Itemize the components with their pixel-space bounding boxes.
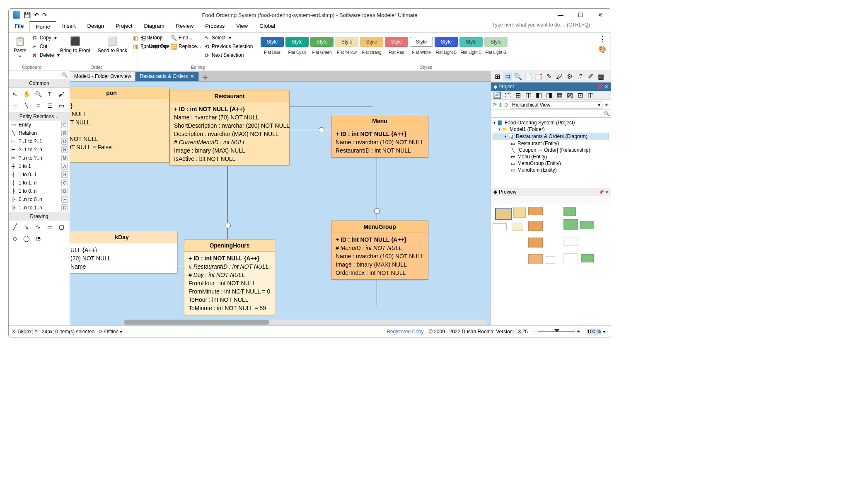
rp-icon[interactable]: ◫ — [586, 91, 595, 100]
ruler-icon[interactable]: ≡ — [34, 101, 43, 110]
line-icon[interactable]: ╲ — [22, 101, 31, 110]
draw-curve-icon[interactable]: ∿ — [34, 222, 43, 231]
menu-project[interactable]: Project — [110, 21, 138, 32]
paste-button[interactable]: 📋 Paste ▾ — [11, 34, 29, 65]
tree-node[interactable]: ▭Menu (Entity) — [493, 153, 609, 160]
rp-icon[interactable]: 📄 — [524, 72, 533, 81]
search-icon[interactable]: 🔍 — [603, 110, 611, 117]
menu-review[interactable]: Review — [170, 21, 200, 32]
minimize-button[interactable]: — — [554, 12, 567, 18]
rect-icon[interactable]: ▭ — [57, 101, 66, 110]
menu-view[interactable]: View — [230, 21, 254, 32]
rp-icon[interactable]: 🔍 — [513, 72, 522, 81]
close-button[interactable]: ✕ — [594, 12, 607, 18]
rp-icon[interactable]: 📑 — [534, 72, 543, 81]
toolbox-row[interactable]: ├1 to 1..nC — [9, 179, 70, 187]
rp-icon[interactable]: ⊡ — [575, 91, 585, 100]
rp-icon[interactable]: ⚙ — [565, 72, 574, 81]
draw-roundrect-icon[interactable]: ▢ — [57, 222, 66, 231]
paint-icon[interactable]: 🖌 — [57, 90, 66, 99]
rp-icon[interactable]: 🔄 — [493, 91, 502, 100]
zoom-icon[interactable]: 🔍 — [34, 90, 43, 99]
rp-icon[interactable]: ⬚ — [503, 91, 512, 100]
entity-weekday[interactable]: kDayULL {A++}(20) NOT NULLName — [70, 231, 178, 274]
status-offline[interactable]: ⟳ Offline ▾ — [99, 329, 122, 335]
toolbox-row[interactable]: ⊢?..1 to ?..1O — [9, 137, 70, 146]
draw-path-icon[interactable]: ◇ — [10, 234, 19, 243]
entity-menugroup[interactable]: MenuGroup+ ID : int NOT NULL {A++}# Menu… — [331, 221, 428, 280]
draw-pie-icon[interactable]: ◔ — [34, 234, 43, 243]
add-tab-button[interactable]: ＋ — [201, 72, 210, 81]
hand-icon[interactable]: ✋ — [22, 90, 31, 99]
menu-process[interactable]: Process — [199, 21, 230, 32]
toolbox-row[interactable]: ▭EntityE — [9, 121, 70, 129]
refresh-icon[interactable]: ⟳ — [493, 102, 497, 108]
menu-insert[interactable]: Insert — [56, 21, 82, 32]
style-button[interactable]: Style — [261, 37, 284, 47]
registered-link[interactable]: Registered Copy. — [387, 329, 425, 335]
pointer-icon[interactable]: ↖ — [10, 90, 19, 99]
pin-icon[interactable]: 📌 ✕ — [599, 190, 608, 194]
toolbox-row[interactable]: ⊢?..1 to ?..nN — [9, 146, 70, 154]
rp-icon[interactable]: ✐ — [586, 72, 595, 81]
note-icon[interactable]: ▭ — [10, 101, 19, 110]
prev-selection-button[interactable]: ⟲Previous Selection — [203, 43, 253, 50]
undo-icon[interactable]: ↶ — [34, 12, 39, 18]
filter-icon[interactable]: ▼ — [604, 102, 609, 108]
redo-icon[interactable]: ↷ — [42, 12, 47, 18]
rp-icon[interactable]: ▤ — [596, 72, 605, 81]
menu-diagram[interactable]: Diagram — [138, 21, 170, 32]
style-palette-icon[interactable]: 🎨 — [598, 45, 607, 53]
tell-me-search[interactable] — [492, 22, 608, 28]
tree-node[interactable]: ▭Restaurant (Entity) — [493, 140, 609, 147]
maximize-button[interactable]: ☐ — [574, 12, 587, 18]
rp-icon[interactable]: ◧ — [534, 91, 543, 100]
rp-icon[interactable]: ⊞ — [513, 91, 522, 100]
text-icon[interactable]: T — [45, 90, 54, 99]
tree-node[interactable]: ▾📁Model1 (Folder) — [493, 126, 609, 133]
zoom-value[interactable]: 100 % ▾ — [585, 328, 607, 335]
replace-button[interactable]: 🔁Replace... — [170, 43, 201, 50]
entity-restaurant[interactable]: Restaurant+ ID : int NOT NULL {A++}Name … — [169, 90, 290, 166]
rp-icon[interactable]: ▦ — [555, 91, 564, 100]
draw-rect-icon[interactable]: ▭ — [45, 222, 54, 231]
tree-node[interactable]: ╲[Coupon → Order] (Relationship) — [493, 147, 609, 153]
draw-arrow-icon[interactable]: ↘ — [22, 222, 31, 231]
bring-front-button[interactable]: ⬛Bring to Front — [58, 34, 93, 65]
style-button[interactable]: Style — [484, 37, 508, 47]
rp-icon[interactable]: 🖨 — [575, 72, 585, 81]
style-button[interactable]: Style — [459, 37, 483, 47]
toolbox-row[interactable]: ┤1 to 0..1B — [9, 170, 70, 179]
draw-line-icon[interactable]: ╱ — [10, 222, 19, 231]
rp-icon[interactable]: ⇉ — [503, 72, 512, 81]
pin-icon[interactable]: 📌 ✕ — [597, 84, 608, 90]
toolbox-row[interactable]: ╲RelationR — [9, 129, 70, 137]
rp-icon[interactable]: ◨ — [544, 91, 554, 100]
tree-node[interactable]: ▾📘Food Ordering System (Project) — [493, 119, 609, 126]
style-button[interactable]: Style — [285, 37, 309, 47]
close-icon[interactable]: ✕ — [190, 73, 194, 79]
search-icon[interactable]: 🔍 — [62, 72, 68, 78]
next-selection-button[interactable]: ⟳Next Selection — [203, 52, 253, 58]
style-button[interactable]: Style — [360, 37, 383, 47]
style-button[interactable]: Style — [335, 37, 358, 47]
select-button[interactable]: ↖Select ▾ — [203, 34, 253, 41]
style-button[interactable]: Style — [435, 37, 458, 47]
zoom-slider[interactable]: — ＋ — [532, 328, 581, 335]
entity-menu[interactable]: Menu+ ID : int NOT NULL {A++}Name : nvar… — [331, 115, 428, 158]
toolbox-row[interactable]: ╞1 to 0..nD — [9, 187, 70, 195]
entity-coupon[interactable]: pon{A++}NOT NULL) NOT NULLULL0,2) NOT NU… — [70, 87, 169, 163]
menu-home[interactable]: Home — [29, 21, 56, 32]
tell-me-input[interactable] — [492, 22, 608, 28]
find-button[interactable]: 🔍Find... — [170, 34, 201, 41]
tree-node[interactable]: ▭MenuGroup (Entity) — [493, 160, 609, 167]
project-tree[interactable]: ▾📘Food Ordering System (Project)▾📁Model1… — [491, 118, 611, 188]
menu-file[interactable]: File — [9, 21, 29, 32]
menu-design[interactable]: Design — [82, 21, 110, 32]
style-button[interactable]: Style — [385, 37, 408, 47]
tab-restaurants-orders[interactable]: Restaurants & Orders✕ — [135, 72, 199, 81]
view-mode-combo[interactable]: Hierarchical View▾ — [510, 101, 602, 109]
rp-icon[interactable]: ▨ — [565, 91, 574, 100]
entity-openinghours[interactable]: OpeningHours+ ID : int NOT NULL {A++}# R… — [184, 239, 275, 315]
send-back-button[interactable]: ⬜Send to Back — [95, 34, 130, 65]
